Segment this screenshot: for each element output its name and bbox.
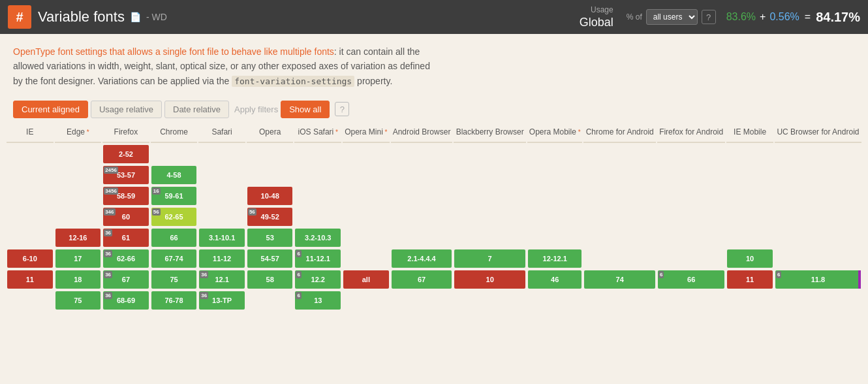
version-cell: 611-12.1 (295, 249, 341, 268)
usage-scope: Global (580, 16, 613, 29)
usage-relative-button[interactable]: Usage relative (91, 101, 162, 118)
table-cell: 3.2-10.3 (294, 228, 341, 248)
stat-plus: + (760, 11, 766, 23)
table-cell: 11-12 (198, 249, 245, 268)
table-cell (391, 291, 453, 310)
version-cell: 54-57 (247, 249, 293, 268)
usage-area: Usage Global (580, 5, 613, 29)
version-cell: 74 (584, 270, 655, 289)
version-cell: 11 (727, 270, 773, 289)
stats-row: 83.6% + 0.56% = 84.17% (726, 10, 860, 25)
table-cell (7, 207, 54, 227)
apply-filters-label: Apply filters (234, 104, 278, 114)
table-cell (55, 207, 102, 227)
col-header-safari: Safari (198, 125, 245, 143)
version-cell: 1659-61 (151, 187, 197, 205)
table-cell: 6-10 (7, 249, 54, 268)
table-cell (527, 228, 583, 248)
table-cell (775, 144, 861, 164)
document-icon: 📄 (130, 12, 141, 22)
table-cell: 5662-65 (151, 207, 198, 227)
table-cell: 3661 (102, 228, 149, 248)
version-cell: 612.2 (295, 270, 341, 289)
table-cell (343, 144, 390, 164)
desc-code: font-variation-settings (232, 76, 354, 87)
table-cell: 10 (726, 249, 773, 268)
table-row: 12-163661663.1-10.1533.2-10.3 (7, 228, 861, 248)
table-cell: 74 (583, 270, 656, 289)
filter-help-button[interactable]: ? (335, 102, 349, 116)
version-cell: 5649-52 (247, 208, 293, 226)
col-header-opera_mobile: Opera Mobile * (527, 125, 583, 143)
table-cell (7, 291, 54, 310)
version-cell: 5662-65 (151, 208, 197, 226)
table-cell: 53 (247, 228, 294, 248)
wd-badge: - WD (146, 12, 167, 22)
table-cell: 75 (55, 291, 102, 310)
version-cell: 3661 (103, 229, 149, 247)
table-cell (657, 144, 725, 164)
table-cell (657, 291, 725, 310)
table-cell: 4-58 (151, 165, 198, 185)
table-cell (247, 165, 294, 185)
table-cell: 67-74 (151, 249, 198, 268)
page-title: Variable fonts (38, 8, 125, 25)
version-cell: 17 (55, 249, 101, 268)
col-header-opera_mini: Opera Mini * (343, 125, 390, 143)
version-cell: 67-74 (151, 249, 197, 268)
browser-support-table: IEEdge *FirefoxChromeSafariOperaiOS Safa… (5, 123, 863, 312)
table-cell (454, 228, 525, 248)
user-type-select[interactable]: all users (646, 9, 698, 25)
version-cell: 10 (727, 249, 773, 268)
version-cell: 12-12.1 (528, 249, 582, 268)
table-cell (247, 144, 294, 164)
version-cell: 613 (295, 291, 341, 310)
table-cell (775, 186, 861, 206)
table-cell (55, 144, 102, 164)
table-cell (454, 207, 525, 227)
table-cell: 67 (391, 270, 453, 289)
version-cell: 3662-66 (103, 249, 149, 268)
table-cell (198, 165, 245, 185)
version-cell: all (343, 270, 389, 289)
date-relative-button[interactable]: Date relative (164, 101, 229, 118)
version-cell: 245653-57 (103, 166, 149, 184)
table-cell (583, 165, 656, 185)
table-cell: 17 (55, 249, 102, 268)
table-cell (343, 186, 390, 206)
table-cell (198, 144, 245, 164)
table-cell (7, 186, 54, 206)
current-aligned-button[interactable]: Current aligned (13, 101, 88, 118)
table-cell (775, 207, 861, 227)
user-selector: % of all users ? (627, 9, 716, 25)
usage-help-button[interactable]: ? (702, 10, 716, 24)
table-cell (7, 144, 54, 164)
table-cell: 66 (151, 228, 198, 248)
table-cell (657, 228, 725, 248)
table-cell (391, 165, 453, 185)
table-cell (726, 186, 773, 206)
version-cell: 58 (247, 270, 293, 289)
table-cell (775, 228, 861, 248)
table-cell (583, 186, 656, 206)
hash-icon: # (8, 5, 31, 29)
table-cell: 612.2 (294, 270, 341, 289)
version-cell: 3612.1 (199, 270, 245, 289)
table-cell (294, 144, 341, 164)
table-cell (657, 165, 725, 185)
version-cell: 6-10 (7, 249, 53, 268)
table-cell (527, 207, 583, 227)
table-cell: 611-12.1 (294, 249, 341, 268)
table-cell (775, 291, 861, 310)
table-cell (391, 207, 453, 227)
table-cell: 18 (55, 270, 102, 289)
col-header-ie_mobile: IE Mobile (726, 125, 773, 143)
desc-text1: OpenType font settings that allows a sin… (13, 46, 334, 57)
version-cell: 18 (55, 270, 101, 289)
col-header-blackberry_browser: Blackberry Browser (454, 125, 525, 143)
table-row: 6-10173662-6667-7411-1254-57611-12.12.1-… (7, 249, 861, 268)
show-all-button[interactable]: Show all (281, 101, 330, 118)
table-cell (391, 144, 453, 164)
table-cell (247, 291, 294, 310)
table-cell (726, 228, 773, 248)
